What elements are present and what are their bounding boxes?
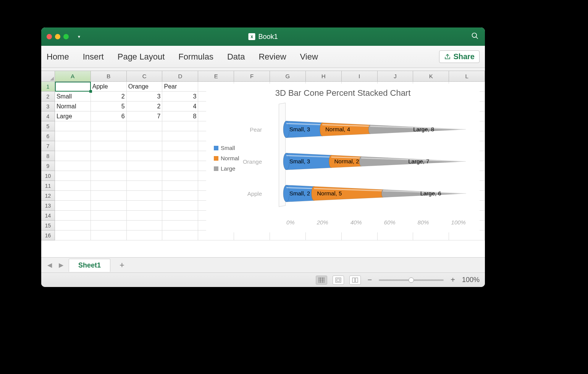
view-page-layout-button[interactable] [333, 276, 344, 285]
cell[interactable] [127, 221, 163, 231]
tab-data[interactable]: Data [227, 52, 245, 62]
add-sheet-button[interactable]: + [114, 260, 130, 270]
row-header[interactable]: 10 [41, 171, 55, 181]
cell[interactable] [91, 181, 127, 191]
view-normal-button[interactable] [316, 276, 327, 285]
cell[interactable] [162, 201, 198, 211]
cell[interactable] [55, 171, 91, 181]
cell[interactable]: 2 [127, 102, 163, 111]
cell[interactable]: 8 [162, 111, 198, 121]
column-header-b[interactable]: B [91, 71, 127, 82]
column-header-k[interactable]: K [413, 71, 449, 82]
cell[interactable]: 7 [127, 111, 163, 121]
row-header[interactable]: 12 [41, 191, 55, 201]
search-icon[interactable] [471, 32, 479, 42]
share-button[interactable]: Share [439, 50, 480, 63]
cell[interactable] [127, 231, 163, 240]
view-page-break-button[interactable] [349, 276, 361, 285]
minimize-icon[interactable] [55, 34, 60, 39]
cell[interactable]: Orange [127, 82, 163, 92]
zoom-slider[interactable] [379, 279, 444, 281]
select-all-corner[interactable] [41, 71, 55, 82]
cell[interactable]: Small [55, 92, 91, 102]
column-header-a[interactable]: A [55, 71, 91, 82]
cell[interactable] [162, 211, 198, 221]
column-header-i[interactable]: I [342, 71, 378, 82]
tab-page-layout[interactable]: Page Layout [118, 52, 165, 62]
cell[interactable] [127, 201, 163, 211]
cell[interactable] [55, 231, 91, 240]
cell[interactable]: 6 [91, 111, 127, 121]
cell[interactable] [162, 191, 198, 201]
cell[interactable] [55, 82, 91, 92]
cell[interactable] [127, 161, 163, 171]
cell[interactable] [127, 211, 163, 221]
tab-formulas[interactable]: Formulas [178, 52, 213, 62]
cell[interactable] [91, 151, 127, 161]
column-header-e[interactable]: E [198, 71, 234, 82]
cell[interactable] [162, 131, 198, 141]
sheet-tab-sheet1[interactable]: Sheet1 [69, 259, 110, 272]
cell[interactable]: 4 [162, 102, 198, 111]
zoom-in-button[interactable]: + [449, 276, 457, 284]
row-header[interactable]: 15 [41, 221, 55, 231]
tab-insert[interactable]: Insert [83, 52, 104, 62]
cell[interactable] [91, 161, 127, 171]
cell[interactable] [55, 191, 91, 201]
row-header[interactable]: 3 [41, 102, 55, 111]
row-header[interactable]: 16 [41, 231, 55, 240]
cell[interactable] [55, 211, 91, 221]
row-header[interactable]: 7 [41, 141, 55, 151]
quick-access-dropdown[interactable]: ▾ [78, 34, 80, 39]
cell[interactable] [55, 141, 91, 151]
row-header[interactable]: 6 [41, 131, 55, 141]
cell[interactable] [162, 231, 198, 240]
cell[interactable] [127, 151, 163, 161]
cell[interactable]: Normal [55, 102, 91, 111]
column-header-h[interactable]: H [306, 71, 342, 82]
cell[interactable]: 2 [91, 92, 127, 102]
row-header[interactable]: 4 [41, 111, 55, 121]
cell[interactable] [55, 221, 91, 231]
cell[interactable] [55, 201, 91, 211]
cell[interactable] [91, 131, 127, 141]
cell[interactable]: Large [55, 111, 91, 121]
cell[interactable] [162, 161, 198, 171]
cell[interactable] [127, 171, 163, 181]
cell[interactable] [162, 121, 198, 131]
cell[interactable] [55, 131, 91, 141]
maximize-icon[interactable] [63, 34, 69, 39]
chart-object[interactable]: 3D Bar Cone Percent Stacked Chart SmallN… [206, 84, 480, 232]
row-header[interactable]: 8 [41, 151, 55, 161]
close-icon[interactable] [47, 34, 52, 39]
column-header-g[interactable]: G [270, 71, 306, 82]
tab-view[interactable]: View [300, 52, 318, 62]
column-header-f[interactable]: F [234, 71, 270, 82]
cell[interactable] [91, 201, 127, 211]
tab-home[interactable]: Home [47, 52, 69, 62]
cell[interactable] [91, 141, 127, 151]
cell[interactable] [127, 131, 163, 141]
row-header[interactable]: 5 [41, 121, 55, 131]
fill-handle[interactable] [89, 90, 92, 93]
cell[interactable] [162, 221, 198, 231]
tab-review[interactable]: Review [258, 52, 286, 62]
cell[interactable] [55, 161, 91, 171]
cell[interactable] [55, 181, 91, 191]
cell[interactable] [162, 151, 198, 161]
cell[interactable] [91, 171, 127, 181]
cell[interactable] [55, 121, 91, 131]
cell[interactable]: 5 [91, 102, 127, 111]
cell[interactable] [127, 191, 163, 201]
row-header[interactable]: 11 [41, 181, 55, 191]
cell[interactable] [162, 171, 198, 181]
cell[interactable]: 3 [127, 92, 163, 102]
row-header[interactable]: 1 [41, 82, 55, 92]
formula-bar[interactable] [41, 68, 485, 71]
tab-nav-prev-icon[interactable]: ◀ [46, 261, 53, 269]
cell[interactable] [162, 181, 198, 191]
cell[interactable] [127, 181, 163, 191]
cell[interactable] [91, 231, 127, 240]
cell[interactable] [55, 151, 91, 161]
cell[interactable] [91, 221, 127, 231]
